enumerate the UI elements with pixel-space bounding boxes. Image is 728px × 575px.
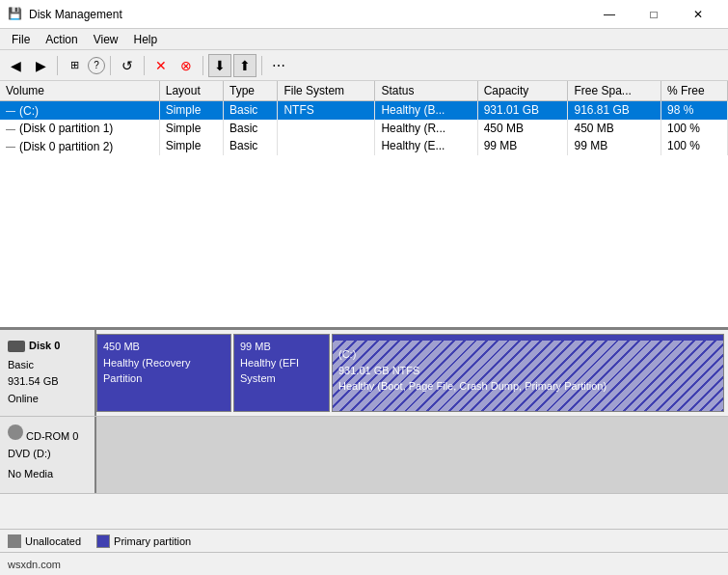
disk-0-type: Basic bbox=[8, 357, 87, 374]
volumes-table-pane: Volume Layout Type File System Status Ca… bbox=[0, 81, 728, 330]
cell-status: Healthy (B... bbox=[375, 101, 477, 120]
partition-efi-size: 99 MB bbox=[240, 339, 323, 355]
disk-view-pane: Disk 0 Basic 931.54 GB Online 450 MB Hea… bbox=[0, 330, 728, 552]
delete-button[interactable]: ✕ bbox=[149, 54, 173, 77]
cell-type: Basic bbox=[223, 101, 277, 120]
partition-c[interactable]: (C:) 931.01 GB NTFS Healthy (Boot, Page … bbox=[332, 334, 724, 412]
options-button[interactable]: ⋯ bbox=[267, 54, 290, 77]
cell-pctfree: 100 % bbox=[661, 120, 728, 138]
toolbar-separator-4 bbox=[202, 56, 203, 75]
legend-primary-label: Primary partition bbox=[114, 535, 191, 547]
help-button[interactable]: ? bbox=[88, 57, 105, 74]
col-status[interactable]: Status bbox=[375, 81, 477, 101]
cell-volume: — (C:) bbox=[0, 101, 159, 120]
minimize-button[interactable]: — bbox=[587, 0, 632, 29]
cell-pctfree: 98 % bbox=[661, 101, 728, 120]
menu-help[interactable]: Help bbox=[126, 31, 166, 48]
disk-0-partitions: 450 MB Healthy (Recovery Partition 99 MB… bbox=[96, 330, 728, 416]
cell-layout: Simple bbox=[159, 120, 223, 138]
col-capacity[interactable]: Capacity bbox=[477, 81, 568, 101]
legend-primary-box bbox=[96, 534, 110, 548]
window-title: Disk Management bbox=[29, 8, 587, 21]
cell-filesystem bbox=[278, 137, 375, 155]
disk-0-name: Disk 0 bbox=[29, 338, 60, 355]
partition-c-topbar bbox=[333, 335, 723, 341]
close-button[interactable]: ✕ bbox=[676, 0, 720, 29]
cdrom-0-label: CD-ROM 0 DVD (D:) No Media bbox=[0, 417, 96, 493]
col-freespace[interactable]: Free Spa... bbox=[568, 81, 661, 101]
disk-0-status: Online bbox=[8, 391, 87, 408]
cell-volume: — (Disk 0 partition 1) bbox=[0, 120, 159, 138]
disk-0-label: Disk 0 Basic 931.54 GB Online bbox=[0, 330, 96, 416]
col-filesystem[interactable]: File System bbox=[278, 81, 375, 101]
partition-recovery-label: Healthy (Recovery Partition bbox=[103, 355, 225, 387]
disk-list: Disk 0 Basic 931.54 GB Online 450 MB Hea… bbox=[0, 330, 728, 529]
import-button[interactable]: ⬇ bbox=[208, 54, 231, 77]
partition-c-size: 931.01 GB NTFS bbox=[338, 363, 717, 379]
cell-freespace: 99 MB bbox=[568, 137, 661, 155]
legend-primary: Primary partition bbox=[96, 534, 191, 548]
cell-pctfree: 100 % bbox=[661, 137, 728, 155]
cell-status: Healthy (E... bbox=[375, 137, 477, 155]
cdrom-0-icon: CD-ROM 0 bbox=[8, 424, 87, 446]
menu-view[interactable]: View bbox=[86, 31, 126, 48]
menu-bar: File Action View Help bbox=[0, 29, 728, 50]
table-row[interactable]: — (Disk 0 partition 2)SimpleBasicHealthy… bbox=[0, 137, 728, 155]
toolbar-separator-2 bbox=[110, 56, 111, 75]
legend: Unallocated Primary partition bbox=[0, 529, 728, 552]
cdrom-0-area bbox=[96, 417, 728, 493]
partition-efi[interactable]: 99 MB Healthy (EFI System bbox=[233, 334, 330, 412]
cell-volume: — (Disk 0 partition 2) bbox=[0, 137, 159, 155]
cdrom-0-status: No Media bbox=[8, 466, 87, 483]
toolbar: ◀ ▶ ⊞ ? ↺ ✕ ⊗ ⬇ ⬆ ⋯ bbox=[0, 50, 728, 81]
cell-capacity: 931.01 GB bbox=[477, 101, 568, 120]
disk-0-icon: Disk 0 bbox=[8, 338, 87, 355]
col-layout[interactable]: Layout bbox=[159, 81, 223, 101]
volumes-table: Volume Layout Type File System Status Ca… bbox=[0, 81, 728, 155]
back-button[interactable]: ◀ bbox=[4, 54, 27, 77]
menu-file[interactable]: File bbox=[4, 31, 38, 48]
maximize-button[interactable]: □ bbox=[632, 0, 676, 29]
main-area: Volume Layout Type File System Status Ca… bbox=[0, 81, 728, 552]
cancel-button[interactable]: ⊗ bbox=[175, 54, 198, 77]
status-bar: wsxdn.com bbox=[0, 552, 728, 575]
cell-layout: Simple bbox=[159, 101, 223, 120]
disk-0-size: 931.54 GB bbox=[8, 373, 87, 391]
cell-type: Basic bbox=[223, 120, 277, 138]
partition-recovery[interactable]: 450 MB Healthy (Recovery Partition bbox=[96, 334, 231, 412]
toolbar-separator-3 bbox=[144, 56, 145, 75]
rescan-button[interactable]: ↺ bbox=[116, 54, 139, 77]
cell-status: Healthy (R... bbox=[375, 120, 477, 138]
toolbar-separator-1 bbox=[57, 56, 58, 75]
cdrom-row-0: CD-ROM 0 DVD (D:) No Media bbox=[0, 417, 728, 494]
cell-layout: Simple bbox=[159, 137, 223, 155]
partition-recovery-size: 450 MB bbox=[103, 339, 225, 355]
legend-unallocated-label: Unallocated bbox=[25, 535, 81, 547]
table-row[interactable]: — (Disk 0 partition 1)SimpleBasicHealthy… bbox=[0, 120, 728, 138]
title-bar: 💾 Disk Management — □ ✕ bbox=[0, 0, 728, 29]
menu-action[interactable]: Action bbox=[38, 31, 85, 48]
hdd-icon bbox=[8, 341, 25, 352]
cdrom-0-type: DVD (D:) bbox=[8, 446, 87, 463]
cell-capacity: 99 MB bbox=[477, 137, 568, 155]
col-pctfree[interactable]: % Free bbox=[661, 81, 728, 101]
status-text: wsxdn.com bbox=[8, 559, 61, 570]
cdrom-0-name: CD-ROM 0 bbox=[26, 430, 78, 442]
col-type[interactable]: Type bbox=[223, 81, 277, 101]
cdrom-icon bbox=[8, 424, 23, 440]
toolbar-separator-5 bbox=[261, 56, 262, 75]
window-controls: — □ ✕ bbox=[587, 0, 720, 29]
forward-button[interactable]: ▶ bbox=[29, 54, 52, 77]
legend-unallocated-box bbox=[8, 534, 21, 548]
disk-row-0: Disk 0 Basic 931.54 GB Online 450 MB Hea… bbox=[0, 330, 728, 417]
cell-freespace: 450 MB bbox=[568, 120, 661, 138]
cell-filesystem: NTFS bbox=[278, 101, 375, 120]
col-volume[interactable]: Volume bbox=[0, 81, 159, 101]
window-icon: 💾 bbox=[8, 7, 23, 22]
cell-capacity: 450 MB bbox=[477, 120, 568, 138]
legend-unallocated: Unallocated bbox=[8, 534, 81, 548]
properties-button[interactable]: ⊞ bbox=[63, 54, 86, 77]
partition-c-sublabel: Healthy (Boot, Page File, Crash Dump, Pr… bbox=[338, 378, 717, 395]
export-button[interactable]: ⬆ bbox=[233, 54, 256, 77]
table-row[interactable]: — (C:)SimpleBasicNTFSHealthy (B...931.01… bbox=[0, 101, 728, 120]
